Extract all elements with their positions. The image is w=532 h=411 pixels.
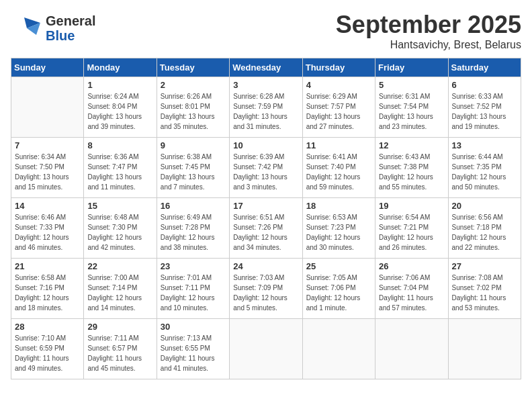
calendar-cell: 23Sunrise: 7:01 AMSunset: 7:11 PMDayligh… <box>157 259 229 319</box>
day-number: 22 <box>87 261 152 271</box>
day-info: Sunrise: 7:13 AMSunset: 6:55 PMDaylight:… <box>161 333 226 373</box>
month-title: September 2025 <box>336 11 521 39</box>
weekday-header-friday: Friday <box>375 58 448 77</box>
day-info: Sunrise: 6:39 AMSunset: 7:42 PMDaylight:… <box>233 152 298 192</box>
calendar-cell: 13Sunrise: 6:44 AMSunset: 7:35 PMDayligh… <box>448 138 521 198</box>
day-number: 7 <box>15 140 80 150</box>
calendar-cell <box>375 319 448 379</box>
calendar-cell: 25Sunrise: 7:05 AMSunset: 7:06 PMDayligh… <box>302 259 375 319</box>
calendar-cell <box>302 319 375 379</box>
logo-general: General <box>46 13 95 28</box>
calendar-week-3: 14Sunrise: 6:46 AMSunset: 7:33 PMDayligh… <box>11 198 521 259</box>
calendar-table: SundayMondayTuesdayWednesdayThursdayFrid… <box>11 58 521 379</box>
calendar-cell: 11Sunrise: 6:41 AMSunset: 7:40 PMDayligh… <box>302 138 375 198</box>
day-number: 25 <box>306 261 371 271</box>
day-number: 6 <box>452 80 517 90</box>
weekday-header-wednesday: Wednesday <box>230 58 302 77</box>
calendar-cell: 1Sunrise: 6:24 AMSunset: 8:04 PMDaylight… <box>84 77 157 138</box>
day-info: Sunrise: 6:31 AMSunset: 7:54 PMDaylight:… <box>379 91 444 132</box>
day-number: 30 <box>161 322 226 332</box>
day-info: Sunrise: 6:34 AMSunset: 7:50 PMDaylight:… <box>15 152 80 192</box>
calendar-cell: 5Sunrise: 6:31 AMSunset: 7:54 PMDaylight… <box>375 77 448 138</box>
day-number: 20 <box>452 201 517 211</box>
calendar-cell: 15Sunrise: 6:48 AMSunset: 7:30 PMDayligh… <box>84 198 157 259</box>
weekday-header-thursday: Thursday <box>302 58 375 77</box>
title-area: September 2025 Hantsavichy, Brest, Belar… <box>336 11 521 51</box>
day-info: Sunrise: 7:03 AMSunset: 7:09 PMDaylight:… <box>233 273 298 313</box>
day-number: 28 <box>15 322 80 332</box>
day-info: Sunrise: 6:26 AMSunset: 8:01 PMDaylight:… <box>161 91 226 132</box>
day-number: 8 <box>87 140 152 150</box>
calendar-cell: 22Sunrise: 7:00 AMSunset: 7:14 PMDayligh… <box>84 259 157 319</box>
calendar-cell: 28Sunrise: 7:10 AMSunset: 6:59 PMDayligh… <box>11 319 84 379</box>
calendar-cell: 30Sunrise: 7:13 AMSunset: 6:55 PMDayligh… <box>157 319 229 379</box>
weekday-header-monday: Monday <box>84 58 157 77</box>
location-title: Hantsavichy, Brest, Belarus <box>336 39 521 51</box>
weekday-header-saturday: Saturday <box>448 58 521 77</box>
day-info: Sunrise: 6:41 AMSunset: 7:40 PMDaylight:… <box>306 152 371 192</box>
day-info: Sunrise: 6:58 AMSunset: 7:16 PMDaylight:… <box>15 273 80 313</box>
day-info: Sunrise: 7:05 AMSunset: 7:06 PMDaylight:… <box>306 273 371 313</box>
header: General Blue September 2025 Hantsavichy,… <box>11 11 521 51</box>
calendar-cell: 8Sunrise: 6:36 AMSunset: 7:47 PMDaylight… <box>84 138 157 198</box>
calendar-cell: 26Sunrise: 7:06 AMSunset: 7:04 PMDayligh… <box>375 259 448 319</box>
day-number: 14 <box>15 201 80 211</box>
day-info: Sunrise: 7:01 AMSunset: 7:11 PMDaylight:… <box>161 273 226 313</box>
calendar-cell <box>11 77 84 138</box>
day-number: 13 <box>452 140 517 150</box>
day-info: Sunrise: 6:56 AMSunset: 7:18 PMDaylight:… <box>452 212 517 253</box>
day-number: 2 <box>161 80 226 90</box>
day-number: 1 <box>87 80 152 90</box>
calendar-cell: 2Sunrise: 6:26 AMSunset: 8:01 PMDaylight… <box>157 77 229 138</box>
calendar-cell: 6Sunrise: 6:33 AMSunset: 7:52 PMDaylight… <box>448 77 521 138</box>
day-number: 10 <box>233 140 298 150</box>
day-number: 11 <box>306 140 371 150</box>
calendar-week-2: 7Sunrise: 6:34 AMSunset: 7:50 PMDaylight… <box>11 138 521 198</box>
day-info: Sunrise: 7:10 AMSunset: 6:59 PMDaylight:… <box>15 333 80 373</box>
day-number: 9 <box>161 140 226 150</box>
day-number: 16 <box>161 201 226 211</box>
day-number: 19 <box>379 201 444 211</box>
day-info: Sunrise: 6:54 AMSunset: 7:21 PMDaylight:… <box>379 212 444 253</box>
day-number: 3 <box>233 80 298 90</box>
day-number: 15 <box>87 201 152 211</box>
day-info: Sunrise: 7:08 AMSunset: 7:02 PMDaylight:… <box>452 273 517 313</box>
day-info: Sunrise: 6:38 AMSunset: 7:45 PMDaylight:… <box>161 152 226 192</box>
day-info: Sunrise: 6:53 AMSunset: 7:23 PMDaylight:… <box>306 212 371 253</box>
day-number: 29 <box>87 322 152 332</box>
day-info: Sunrise: 6:46 AMSunset: 7:33 PMDaylight:… <box>15 212 80 253</box>
day-info: Sunrise: 6:28 AMSunset: 7:59 PMDaylight:… <box>233 91 298 132</box>
day-number: 21 <box>15 261 80 271</box>
day-info: Sunrise: 7:06 AMSunset: 7:04 PMDaylight:… <box>379 273 444 313</box>
day-number: 23 <box>161 261 226 271</box>
calendar-cell: 18Sunrise: 6:53 AMSunset: 7:23 PMDayligh… <box>302 198 375 259</box>
calendar-cell: 4Sunrise: 6:29 AMSunset: 7:57 PMDaylight… <box>302 77 375 138</box>
calendar-cell: 16Sunrise: 6:49 AMSunset: 7:28 PMDayligh… <box>157 198 229 259</box>
calendar-cell: 12Sunrise: 6:43 AMSunset: 7:38 PMDayligh… <box>375 138 448 198</box>
calendar-cell: 3Sunrise: 6:28 AMSunset: 7:59 PMDaylight… <box>230 77 302 138</box>
day-info: Sunrise: 6:44 AMSunset: 7:35 PMDaylight:… <box>452 152 517 192</box>
calendar-cell: 29Sunrise: 7:11 AMSunset: 6:57 PMDayligh… <box>84 319 157 379</box>
weekday-header-sunday: Sunday <box>11 58 84 77</box>
calendar-cell: 17Sunrise: 6:51 AMSunset: 7:26 PMDayligh… <box>230 198 302 259</box>
day-number: 18 <box>306 201 371 211</box>
day-info: Sunrise: 6:24 AMSunset: 8:04 PMDaylight:… <box>87 91 152 132</box>
day-number: 4 <box>306 80 371 90</box>
calendar-week-5: 28Sunrise: 7:10 AMSunset: 6:59 PMDayligh… <box>11 319 521 379</box>
day-number: 27 <box>452 261 517 271</box>
logo-text-block: General Blue <box>46 13 95 43</box>
calendar-cell: 14Sunrise: 6:46 AMSunset: 7:33 PMDayligh… <box>11 198 84 259</box>
day-info: Sunrise: 6:36 AMSunset: 7:47 PMDaylight:… <box>87 152 152 192</box>
day-number: 5 <box>379 80 444 90</box>
day-number: 17 <box>233 201 298 211</box>
day-number: 26 <box>379 261 444 271</box>
day-number: 24 <box>233 261 298 271</box>
calendar-cell: 24Sunrise: 7:03 AMSunset: 7:09 PMDayligh… <box>230 259 302 319</box>
day-info: Sunrise: 6:29 AMSunset: 7:57 PMDaylight:… <box>306 91 371 132</box>
weekday-header-tuesday: Tuesday <box>157 58 229 77</box>
calendar-cell: 20Sunrise: 6:56 AMSunset: 7:18 PMDayligh… <box>448 198 521 259</box>
weekday-header-row: SundayMondayTuesdayWednesdayThursdayFrid… <box>11 58 521 77</box>
day-info: Sunrise: 6:51 AMSunset: 7:26 PMDaylight:… <box>233 212 298 253</box>
calendar-week-1: 1Sunrise: 6:24 AMSunset: 8:04 PMDaylight… <box>11 77 521 138</box>
day-info: Sunrise: 6:33 AMSunset: 7:52 PMDaylight:… <box>452 91 517 132</box>
